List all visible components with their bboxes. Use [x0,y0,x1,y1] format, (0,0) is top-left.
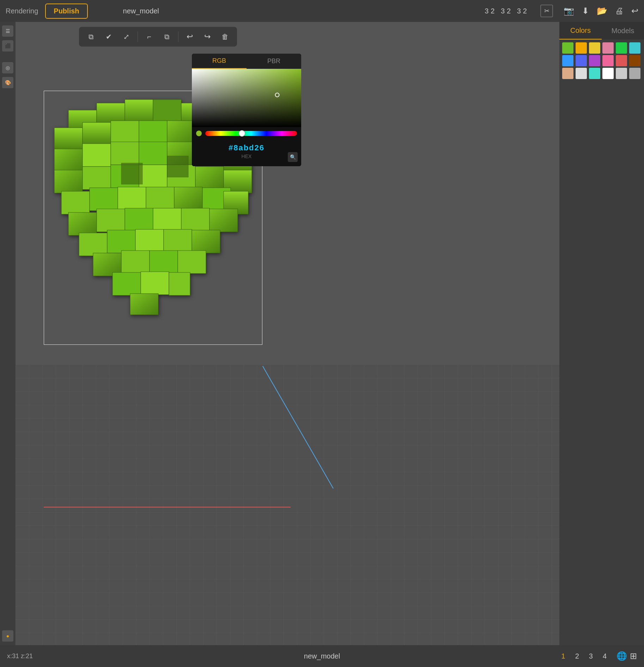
svg-rect-9 [139,121,167,144]
folder-icon[interactable]: 📂 [597,6,607,16]
svg-rect-54 [167,156,188,177]
hex-label: HEX [195,154,298,159]
svg-rect-34 [68,212,97,235]
svg-rect-37 [153,208,181,231]
import-icon[interactable]: ↩ [631,6,638,16]
toolbar: ⧉ ✔ ⤢ ⌐ ⧉ ↩ ↪ 🗑 [79,27,237,47]
color-model-tabs: Colors Models [559,22,644,40]
rendering-label: Rendering [6,7,38,15]
right-sidebar: Colors Models [559,22,644,645]
scissors-icon[interactable]: ✂ [540,5,553,17]
swatch-purple[interactable] [589,55,600,66]
gradient-handle[interactable] [275,93,279,97]
page-1-button[interactable]: 1 [558,651,569,662]
svg-rect-53 [121,163,142,184]
svg-rect-52 [130,294,158,315]
trash-button[interactable]: 🗑 [219,30,231,43]
swatch-green[interactable] [616,42,627,54]
tab-models[interactable]: Models [602,22,644,40]
swatch-tan[interactable] [562,68,573,79]
color-swatches-grid [559,40,644,82]
tool-brush[interactable]: ● [2,630,13,642]
layers-button[interactable]: ⧉ [160,30,173,43]
swatch-teal[interactable] [589,68,600,79]
toolbar-separator-1 [138,31,138,42]
svg-rect-44 [192,230,220,253]
hue-bar-row [196,131,297,136]
download-icon[interactable]: ⬇ [582,6,589,16]
svg-rect-38 [181,208,209,231]
camera-icon[interactable]: 📷 [564,6,574,16]
svg-rect-36 [125,208,153,231]
svg-rect-48 [178,251,206,274]
model-name-top: new_model [123,7,159,15]
swatch-gray[interactable] [616,68,627,79]
page-4-button[interactable]: 4 [599,651,610,662]
topbar: Rendering Publish new_model 32 32 32 ✂ 📷… [0,0,644,22]
tool-color-fill[interactable]: 🎨 [2,77,13,88]
swatch-white[interactable] [602,68,614,79]
swatch-indigo[interactable] [576,55,587,66]
swatch-blue[interactable] [562,55,573,66]
swatch-light-gray[interactable] [576,68,587,79]
globe-icon[interactable]: 🌐 [616,651,627,661]
main-canvas[interactable]: ⧉ ✔ ⤢ ⌐ ⧉ ↩ ↪ 🗑 [16,22,559,645]
svg-rect-41 [107,230,135,253]
picker-tab-rgb[interactable]: RGB [192,54,247,69]
swatch-green-bright[interactable] [562,42,573,54]
svg-rect-6 [54,128,83,151]
hue-bar[interactable] [205,131,297,136]
svg-rect-31 [174,187,202,210]
tab-colors[interactable]: Colors [559,22,602,40]
svg-rect-25 [195,167,224,190]
svg-rect-49 [113,272,141,295]
svg-rect-16 [139,142,167,165]
swatch-dark-gray[interactable] [629,68,640,79]
check-button[interactable]: ✔ [102,30,115,43]
corner-button[interactable]: ⌐ [143,30,156,43]
tool-build[interactable]: ⬛ [2,40,13,52]
color-gradient[interactable] [192,69,301,127]
svg-rect-20 [54,170,83,193]
svg-rect-47 [150,251,178,274]
swatch-pink[interactable] [602,42,614,54]
swatch-cyan[interactable] [629,42,640,54]
hue-handle[interactable] [239,130,245,137]
svg-rect-43 [164,229,192,252]
svg-rect-23 [139,165,167,188]
copy-button[interactable]: ⧉ [85,30,97,43]
print-icon[interactable]: 🖨 [615,6,624,16]
swatch-brown[interactable] [629,55,640,66]
swatch-orange[interactable] [576,42,587,54]
color-picker: RGB PBR #8abd26 HEX 🔍 [192,54,301,166]
current-color-dot [196,131,202,136]
swatch-yellow[interactable] [589,42,600,54]
svg-rect-40 [79,233,107,256]
tool-menu[interactable]: ☰ [2,25,13,37]
coords-bottom: x:31 z:21 [7,653,33,660]
bottombar: x:31 z:21 new_model 1 2 3 4 🌐 ⊞ [0,645,644,667]
page-3-button[interactable]: 3 [585,651,596,662]
svg-rect-42 [135,229,164,252]
grid-icon[interactable]: ⊞ [630,651,637,661]
svg-rect-30 [146,187,174,210]
swatch-red[interactable] [616,55,627,66]
svg-rect-51 [169,272,190,295]
redo-button[interactable]: ↪ [201,30,214,43]
picker-tab-pbr[interactable]: PBR [247,54,301,69]
svg-rect-21 [83,167,111,190]
page-2-button[interactable]: 2 [572,651,583,662]
tool-select[interactable]: ◎ [2,62,13,73]
svg-rect-8 [111,121,139,144]
eyedropper-button[interactable]: 🔍 [288,152,298,162]
svg-rect-10 [167,121,195,144]
swatch-hot-pink[interactable] [602,55,614,66]
expand-button[interactable]: ⤢ [120,30,133,43]
top-icons: 📷 ⬇ 📂 🖨 ↩ [564,6,638,16]
undo-button[interactable]: ↩ [183,30,196,43]
svg-rect-14 [83,144,111,167]
hex-row: #8abd26 HEX 🔍 [192,140,301,166]
svg-rect-39 [209,209,238,232]
publish-button[interactable]: Publish [45,4,87,19]
svg-rect-27 [61,191,90,214]
